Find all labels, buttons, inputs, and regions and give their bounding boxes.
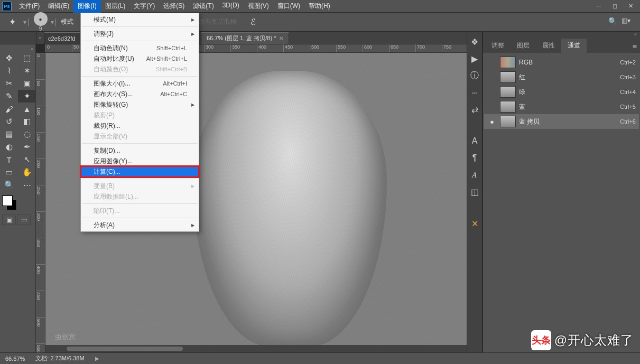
tool-dodge[interactable]: ◐ (0, 141, 18, 153)
channel-row-蓝 拷贝[interactable]: ●蓝 拷贝Ctrl+6 (484, 114, 639, 129)
tool-pen[interactable]: ✒ (18, 141, 36, 153)
channel-shortcut: Ctrl+5 (620, 104, 636, 110)
dock-icon-7[interactable]: ¶ (469, 152, 480, 164)
quickmask-icon[interactable]: ▣ (2, 214, 16, 225)
menu-item-陷印: 陷印(T)... (81, 206, 199, 216)
app-logo: Ps (2, 2, 12, 11)
menu-窗口[interactable]: 窗口(W) (273, 0, 304, 13)
search-icon[interactable]: 🔍 (608, 17, 617, 25)
tool-hand[interactable]: ✋ (18, 166, 36, 179)
window-controls: ─ ◻ ✕ (591, 1, 638, 11)
tool-frame[interactable]: ▣ (18, 77, 36, 90)
channel-row-绿[interactable]: 绿Ctrl+4 (484, 85, 639, 99)
tool-move[interactable]: ✥ (0, 52, 18, 64)
menu-视图[interactable]: 视图(V) (244, 0, 273, 13)
canvas-scrollbar-h[interactable] (45, 345, 467, 352)
status-flyout-icon[interactable]: ▶ (95, 356, 99, 361)
dock-icon-11[interactable]: ✕ (469, 218, 480, 229)
channel-thumb (500, 71, 516, 83)
tool-crop[interactable]: ✂ (0, 77, 18, 90)
doc-size[interactable]: 文档: 2.73M/6.38M (35, 354, 84, 362)
menu-item-复制[interactable]: 复制(D)... (81, 145, 199, 156)
tool-brush[interactable]: 🖌 (0, 102, 18, 115)
tab-close-icon[interactable]: ✕ (279, 35, 283, 41)
brush-preview[interactable]: ● (34, 12, 48, 26)
document-tab-1[interactable]: 66.7% (图层 1, 蓝 拷贝/8) * ✕ (201, 32, 289, 44)
channel-row-RGB[interactable]: RGBCtrl+2 (484, 55, 639, 70)
panel-tab-属性[interactable]: 属性 (536, 39, 561, 53)
panel-tab-调整[interactable]: 调整 (485, 39, 511, 53)
document-tab-1-title: 66.7% (图层 1, 蓝 拷贝/8) * (207, 34, 276, 42)
channel-name: 红 (519, 73, 617, 82)
close-button[interactable]: ✕ (623, 1, 638, 11)
tool-zoom[interactable]: 🔍 (0, 179, 18, 191)
menubar: Ps 文件(F)编辑(E)图像(I)图层(L)文字(Y)选择(S)滤镜(T)3D… (0, 0, 640, 13)
image-watermark: 虫创意 (55, 332, 76, 342)
tool-quickselect[interactable]: ✶ (18, 64, 36, 77)
tool-lasso[interactable]: ⌇ (0, 64, 18, 77)
left-panel-collapse[interactable]: » (36, 32, 44, 44)
tool-edit-toolbar[interactable]: ⋯ (18, 179, 36, 191)
tool-marquee[interactable]: ⬚ (18, 52, 36, 64)
zoom-level[interactable]: 66.67% (5, 356, 25, 362)
document-tab-0[interactable]: c2e6d32fd (42, 32, 81, 44)
panel-tab-图层[interactable]: 图层 (511, 39, 536, 53)
dock-icon-1[interactable]: ▶ (469, 53, 480, 64)
opt-pressure-icon[interactable]: ℰ (245, 14, 261, 30)
menu-item-裁切[interactable]: 裁切(R)... (81, 120, 199, 131)
channel-row-红[interactable]: 红Ctrl+3 (484, 70, 639, 85)
menu-图像[interactable]: 图像(I) (73, 0, 100, 13)
menu-图层[interactable]: 图层(L) (101, 0, 130, 13)
minimize-button[interactable]: ─ (591, 1, 606, 11)
tool-healing[interactable]: ✦ (18, 90, 36, 102)
maximize-button[interactable]: ◻ (607, 1, 622, 11)
menu-编辑[interactable]: 编辑(E) (44, 0, 73, 13)
visibility-icon[interactable]: ● (487, 118, 497, 126)
menu-帮助[interactable]: 帮助(H) (304, 0, 335, 13)
dock-icon-8[interactable]: 𝐴 (469, 169, 480, 181)
menu-3D[interactable]: 3D(D) (218, 0, 244, 13)
menu-item-计算[interactable]: 计算(C)... (81, 166, 199, 177)
dock-icon-9[interactable]: ◫ (469, 186, 480, 198)
tool-blur[interactable]: ◌ (18, 128, 36, 141)
menu-item-自动色调[interactable]: 自动色调(N)Shift+Ctrl+L (81, 43, 199, 53)
panel-collapse-icon[interactable]: « (483, 32, 640, 39)
dock-icon-4[interactable]: ⇄ (469, 104, 480, 115)
opt-mode-label: 模式 (61, 17, 73, 26)
channel-shortcut: Ctrl+2 (620, 59, 636, 66)
menu-文件[interactable]: 文件(F) (15, 0, 44, 13)
dock-icon-2[interactable]: ⓘ (469, 70, 480, 81)
menu-item-图像旋转[interactable]: 图像旋转(G) (81, 99, 199, 110)
dock-icon-0[interactable]: ❖ (469, 36, 480, 48)
panel-menu-icon[interactable]: ≡ (633, 42, 637, 51)
channel-row-蓝[interactable]: 蓝Ctrl+5 (484, 99, 639, 114)
tool-type[interactable]: T (0, 153, 18, 166)
dock-icon-3[interactable]: ⎓ (469, 87, 480, 98)
menu-文字[interactable]: 文字(Y) (129, 0, 159, 13)
menu-选择[interactable]: 选择(S) (159, 0, 189, 13)
tool-history[interactable]: ↺ (0, 115, 18, 128)
tool-path[interactable]: ↖ (18, 153, 36, 166)
tool-shape[interactable]: ▭ (0, 166, 18, 179)
menu-item-分析[interactable]: 分析(A) (81, 220, 199, 230)
color-swatches[interactable] (2, 195, 17, 210)
tool-stamp[interactable]: ▲ (18, 102, 36, 115)
fg-color-swatch[interactable] (2, 195, 13, 206)
tool-eraser[interactable]: ◧ (18, 115, 36, 128)
tool-gradient[interactable]: ▤ (0, 128, 18, 141)
panel-tab-通道[interactable]: 通道 (561, 39, 587, 53)
menu-item-自动对比度[interactable]: 自动对比度(U)Alt+Shift+Ctrl+L (81, 53, 199, 64)
menu-item-图像大小[interactable]: 图像大小(I)...Alt+Ctrl+I (81, 78, 199, 89)
menu-滤镜[interactable]: 滤镜(T) (189, 0, 218, 13)
screenmode-icon[interactable]: ▭ (17, 214, 31, 225)
menu-item-应用图像[interactable]: 应用图像(Y)... (81, 156, 199, 166)
workspace-switcher[interactable]: ▥▾ (622, 17, 630, 25)
dock-icon-6[interactable]: A (469, 135, 480, 147)
toutiao-text: @开心太难了 (554, 332, 634, 349)
menu-item-画布大小[interactable]: 画布大小(S)...Alt+Ctrl+C (81, 89, 199, 99)
menu-item-模式[interactable]: 模式(M) (81, 14, 199, 25)
channel-thumb (500, 101, 516, 113)
tool-eyedropper[interactable]: ✎ (0, 90, 18, 102)
menu-item-调整[interactable]: 调整(J) (81, 29, 199, 39)
current-tool-icon[interactable]: ✦ (4, 14, 20, 30)
